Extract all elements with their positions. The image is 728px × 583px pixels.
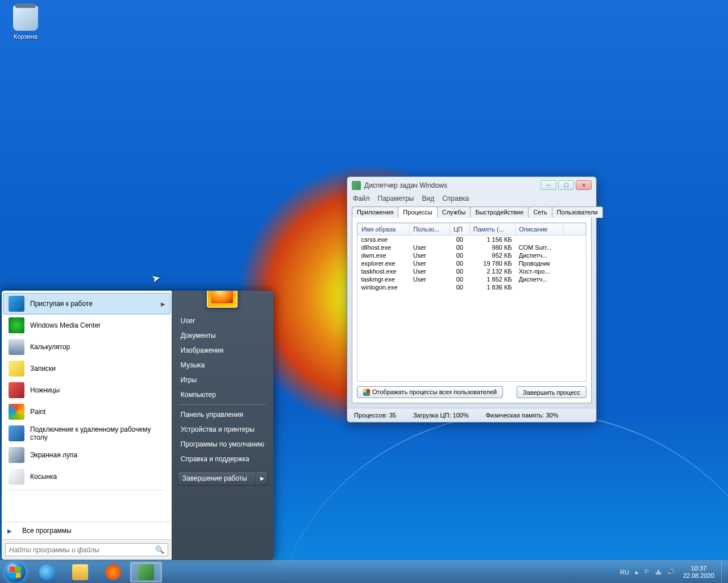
menu-item[interactable]: Параметры [378, 195, 414, 202]
cell-desc: Диспетч... [515, 251, 563, 259]
all-programs-button[interactable]: Все программы [2, 522, 172, 539]
show-hidden-icons-button[interactable]: ▴ [635, 568, 638, 576]
submenu-arrow-icon: ▶ [161, 301, 165, 307]
table-row[interactable]: dllhost.exeUser00980 КБCOM Surr... [358, 243, 586, 251]
cell-mem: 952 КБ [469, 251, 515, 259]
lang-indicator[interactable]: RU [620, 569, 629, 576]
menu-item[interactable]: Файл [353, 195, 370, 202]
divider [178, 404, 267, 405]
program-item[interactable]: Калькулятор [3, 336, 170, 358]
titlebar[interactable]: Диспетчер задач Windows ─ ☐ ✕ [347, 177, 596, 193]
start-menu-right-pane: UserДокументыИзображенияМузыкаИгрыКомпью… [172, 291, 273, 560]
maximize-button[interactable]: ☐ [558, 180, 574, 190]
program-icon [9, 339, 24, 355]
cell-desc: Диспетч... [515, 275, 563, 283]
start-menu: Приступая к работе▶Windows Media CenterК… [1, 290, 274, 560]
program-label: Ножницы [30, 386, 60, 394]
cell-user [410, 283, 450, 291]
column-header[interactable]: Описание [515, 224, 563, 235]
taskbar-pin-media[interactable] [97, 562, 129, 582]
show-desktop-button[interactable] [721, 561, 728, 584]
shutdown-options-button[interactable]: ▶ [256, 471, 268, 486]
start-menu-link[interactable]: Компьютер [172, 387, 273, 402]
start-menu-link[interactable]: Программы по умолчанию [172, 437, 273, 452]
tab[interactable]: Пользователи [552, 206, 603, 218]
program-item[interactable]: Ножницы [3, 379, 170, 401]
program-label: Записки [30, 365, 56, 373]
action-center-icon[interactable]: ⚐ [644, 568, 650, 576]
tab[interactable]: Сеть [528, 206, 552, 218]
network-icon[interactable]: 🖧 [655, 569, 662, 576]
start-menu-link[interactable]: Игры [172, 373, 273, 387]
column-header[interactable]: Пользо... [410, 224, 450, 235]
program-item[interactable]: Paint [3, 401, 170, 423]
taskbar: RU ▴ ⚐ 🖧 🔊 10:37 22.08.2020 [0, 560, 728, 583]
cell-desc: COM Surr... [515, 243, 563, 251]
start-menu-link[interactable]: Панель управления [172, 407, 273, 422]
taskbar-pin-ie[interactable] [31, 562, 63, 582]
user-avatar-icon[interactable] [207, 290, 238, 308]
table-row[interactable]: dwm.exeUser00952 КБДиспетч... [358, 251, 586, 259]
tab-strip: ПриложенияПроцессыСлужбыБыстродействиеСе… [352, 206, 592, 218]
program-item[interactable]: Приступая к работе▶ [3, 293, 170, 315]
program-icon [9, 361, 24, 377]
cell-mem: 2 132 КБ [469, 267, 515, 275]
program-item[interactable]: Записки [3, 358, 170, 379]
table-row[interactable]: csrss.exe001 156 КБ [358, 235, 586, 244]
ie-icon [39, 564, 55, 580]
volume-icon[interactable]: 🔊 [667, 568, 675, 576]
table-row[interactable]: taskhost.exeUser002 132 КБХост-про... [358, 267, 586, 275]
recycle-bin-icon[interactable]: Корзина [6, 6, 45, 40]
column-header[interactable]: Память (... [469, 224, 515, 235]
start-menu-link[interactable]: Устройства и принтеры [172, 422, 273, 437]
minimize-button[interactable]: ─ [540, 180, 556, 190]
end-process-button[interactable]: Завершить процесс [517, 386, 586, 398]
process-table: Имя образаПользо...ЦППамять (...Описание… [357, 223, 586, 291]
start-menu-link[interactable]: Документы [172, 328, 273, 343]
media-player-icon [105, 564, 121, 580]
cell-user: User [410, 259, 450, 267]
program-icon [9, 382, 24, 398]
program-item[interactable]: Подключение к удаленному рабочему столу [3, 423, 170, 444]
menu-item[interactable]: Справка [442, 195, 469, 202]
table-row[interactable]: taskmgr.exeUser001 852 КБДиспетч... [358, 275, 586, 283]
search-box[interactable]: 🔍 [5, 543, 168, 556]
clock[interactable]: 10:37 22.08.2020 [681, 565, 717, 580]
column-header[interactable]: Имя образа [358, 224, 410, 235]
program-item[interactable]: Экранная лупа [3, 444, 170, 466]
shutdown-button[interactable]: Завершение работы [177, 471, 256, 486]
tab[interactable]: Процессы [398, 206, 437, 218]
taskbar-pin-explorer[interactable] [64, 562, 96, 582]
program-item[interactable]: Windows Media Center [3, 315, 170, 336]
table-row[interactable]: winlogon.exe001 836 КБ [358, 283, 586, 291]
process-table-wrap[interactable]: Имя образаПользо...ЦППамять (...Описание… [357, 222, 586, 382]
status-proc-count: Процессов: 35 [354, 412, 396, 419]
start-menu-link[interactable]: Изображения [172, 343, 273, 358]
shutdown-group: Завершение работы ▶ [177, 471, 268, 486]
tab[interactable]: Службы [437, 206, 471, 218]
tab[interactable]: Быстродействие [470, 206, 529, 218]
program-label: Подключение к удаленному рабочему столу [30, 425, 165, 441]
cell-name: taskmgr.exe [358, 275, 410, 283]
recycle-bin-label: Корзина [14, 33, 38, 40]
cell-user: User [410, 243, 450, 251]
start-menu-link[interactable]: Справка и поддержка [172, 452, 273, 466]
cell-mem: 19 780 КБ [469, 259, 515, 267]
program-item[interactable]: Косынка [3, 466, 170, 487]
start-menu-link[interactable]: User [172, 313, 273, 328]
tab-content: Имя образаПользо...ЦППамять (...Описание… [352, 217, 592, 403]
cell-cpu: 00 [450, 283, 469, 291]
search-input[interactable] [9, 546, 155, 554]
start-menu-link[interactable]: Музыка [172, 358, 273, 373]
column-header[interactable]: ЦП [450, 224, 469, 235]
menu-item[interactable]: Вид [422, 195, 434, 202]
table-row[interactable]: explorer.exeUser0019 780 КБПроводник [358, 259, 586, 267]
taskbar-item-taskmgr[interactable] [130, 562, 162, 582]
status-cpu: Загрузка ЦП: 100% [413, 412, 469, 419]
tab[interactable]: Приложения [352, 206, 398, 218]
taskmgr-icon [138, 564, 154, 580]
show-all-processes-button[interactable]: Отображать процессы всех пользователей [357, 386, 503, 398]
program-icon [9, 469, 24, 485]
close-button[interactable]: ✕ [576, 180, 592, 190]
start-button[interactable] [0, 561, 31, 584]
